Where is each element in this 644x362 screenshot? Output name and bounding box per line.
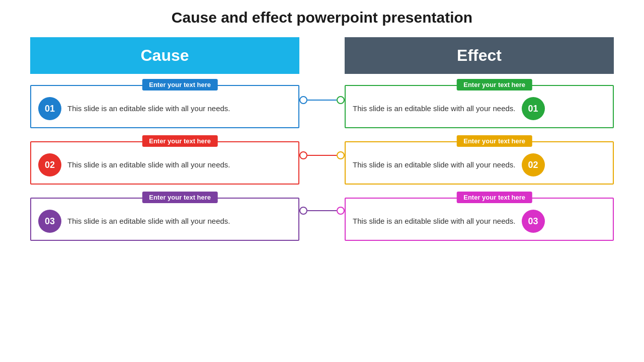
conn-line-1: [307, 100, 337, 101]
cause-number-1: 01: [38, 97, 61, 120]
effect-label-3: Enter your text here: [456, 192, 532, 203]
connector-column: [299, 37, 345, 238]
conn-circle-left-2: [299, 151, 307, 159]
cause-number-2: 02: [38, 153, 61, 176]
conn-circle-right-1: [337, 96, 345, 104]
effect-label-1: Enter your text here: [456, 79, 532, 90]
effect-text-3: This slide is an editable slide with all…: [353, 216, 516, 227]
effect-number-1: 01: [522, 97, 545, 120]
effect-card-3: Enter your text here This slide is an ed…: [345, 198, 614, 241]
conn-line-3: [307, 210, 337, 211]
cause-label-3: Enter your text here: [142, 192, 218, 203]
main-title: Cause and effect powerpoint presentation: [172, 9, 472, 26]
effect-header: Effect: [345, 37, 614, 74]
conn-circle-left-1: [299, 96, 307, 104]
conn-line-2: [307, 155, 337, 156]
cause-header: Cause: [30, 37, 299, 74]
cause-card-2: Enter your text here 02 This slide is an…: [30, 141, 299, 185]
connector-2: [299, 128, 345, 183]
cause-text-3: This slide is an editable slide with all…: [67, 216, 230, 227]
effect-label-2: Enter your text here: [456, 135, 532, 147]
connector-3: [299, 183, 345, 238]
cause-label-1: Enter your text here: [142, 79, 218, 90]
cause-column: Cause Enter your text here 01 This slide…: [30, 37, 299, 241]
effect-text-2: This slide is an editable slide with all…: [353, 159, 516, 171]
conn-circle-right-3: [337, 207, 345, 215]
cause-card-1: Enter your text here 01 This slide is an…: [30, 85, 299, 128]
cause-text-1: This slide is an editable slide with all…: [67, 103, 230, 115]
conn-circle-right-2: [337, 151, 345, 159]
conn-circle-left-3: [299, 207, 307, 215]
cause-number-3: 03: [38, 210, 61, 233]
effect-card-2: Enter your text here This slide is an ed…: [345, 141, 614, 185]
cause-card-3: Enter your text here 03 This slide is an…: [30, 198, 299, 241]
effect-card-1: Enter your text here This slide is an ed…: [345, 85, 614, 128]
connector-1: [299, 72, 345, 128]
effect-column: Effect Enter your text here This slide i…: [345, 37, 614, 241]
effect-number-3: 03: [522, 210, 545, 233]
cause-text-2: This slide is an editable slide with all…: [67, 159, 230, 171]
cause-label-2: Enter your text here: [142, 135, 218, 147]
effect-text-1: This slide is an editable slide with all…: [353, 103, 516, 115]
effect-number-2: 02: [522, 153, 545, 176]
